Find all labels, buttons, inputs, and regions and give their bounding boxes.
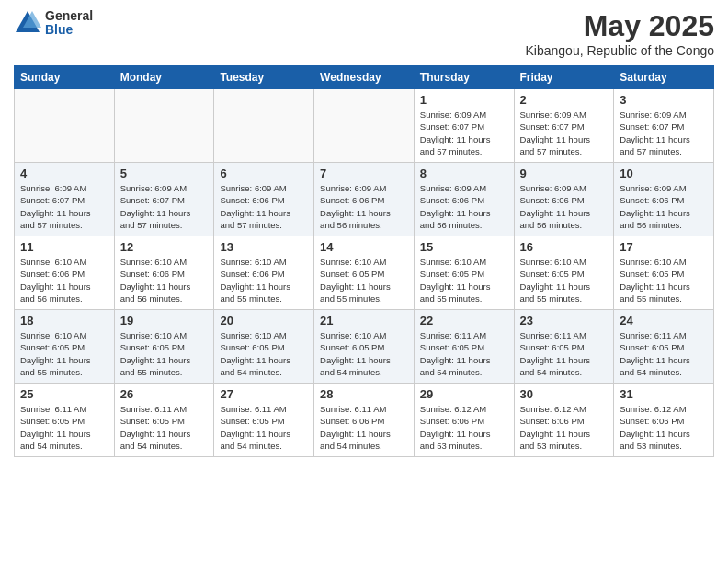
- title-block: May 2025 Kibangou, Republic of the Congo: [526, 9, 714, 58]
- calendar-cell: 8Sunrise: 6:09 AM Sunset: 6:06 PM Daylig…: [414, 163, 514, 236]
- day-info: Sunrise: 6:09 AM Sunset: 6:06 PM Dayligh…: [320, 182, 408, 231]
- calendar-cell: 31Sunrise: 6:12 AM Sunset: 6:06 PM Dayli…: [614, 384, 714, 457]
- calendar-cell: [114, 89, 214, 163]
- day-info: Sunrise: 6:09 AM Sunset: 6:06 PM Dayligh…: [220, 182, 308, 231]
- calendar-cell: 28Sunrise: 6:11 AM Sunset: 6:06 PM Dayli…: [314, 384, 415, 457]
- calendar-cell: 15Sunrise: 6:10 AM Sunset: 6:05 PM Dayli…: [414, 236, 514, 310]
- calendar-cell: 24Sunrise: 6:11 AM Sunset: 6:05 PM Dayli…: [614, 310, 714, 384]
- day-number: 14: [320, 240, 408, 254]
- calendar-body: 1Sunrise: 6:09 AM Sunset: 6:07 PM Daylig…: [15, 89, 714, 457]
- day-number: 5: [120, 167, 209, 180]
- day-info: Sunrise: 6:10 AM Sunset: 6:06 PM Dayligh…: [20, 256, 108, 304]
- day-number: 16: [520, 240, 609, 254]
- location: Kibangou, Republic of the Congo: [526, 43, 714, 58]
- day-info: Sunrise: 6:09 AM Sunset: 6:07 PM Dayligh…: [420, 109, 508, 157]
- day-info: Sunrise: 6:10 AM Sunset: 6:05 PM Dayligh…: [120, 329, 209, 378]
- day-number: 15: [420, 240, 508, 254]
- weekday-header: Monday: [114, 66, 214, 89]
- day-info: Sunrise: 6:09 AM Sunset: 6:06 PM Dayligh…: [420, 182, 508, 231]
- day-number: 21: [320, 314, 408, 327]
- day-number: 10: [620, 167, 708, 180]
- day-info: Sunrise: 6:10 AM Sunset: 6:05 PM Dayligh…: [320, 329, 408, 378]
- day-info: Sunrise: 6:09 AM Sunset: 6:07 PM Dayligh…: [520, 109, 609, 157]
- day-number: 25: [20, 387, 108, 401]
- calendar-cell: 29Sunrise: 6:12 AM Sunset: 6:06 PM Dayli…: [414, 384, 514, 457]
- day-info: Sunrise: 6:09 AM Sunset: 6:06 PM Dayligh…: [520, 182, 609, 231]
- day-number: 13: [220, 240, 308, 254]
- day-info: Sunrise: 6:12 AM Sunset: 6:06 PM Dayligh…: [620, 403, 708, 452]
- calendar-table: SundayMondayTuesdayWednesdayThursdayFrid…: [14, 65, 714, 457]
- day-info: Sunrise: 6:09 AM Sunset: 6:07 PM Dayligh…: [120, 182, 209, 231]
- calendar-cell: 18Sunrise: 6:10 AM Sunset: 6:05 PM Dayli…: [15, 310, 115, 384]
- day-number: 11: [20, 240, 108, 254]
- day-number: 24: [620, 314, 708, 327]
- day-info: Sunrise: 6:12 AM Sunset: 6:06 PM Dayligh…: [420, 403, 508, 452]
- day-info: Sunrise: 6:10 AM Sunset: 6:06 PM Dayligh…: [120, 256, 209, 304]
- calendar-week-row: 11Sunrise: 6:10 AM Sunset: 6:06 PM Dayli…: [15, 236, 714, 310]
- weekday-header: Friday: [514, 66, 614, 89]
- calendar-cell: 9Sunrise: 6:09 AM Sunset: 6:06 PM Daylig…: [514, 163, 614, 236]
- header: General Blue May 2025 Kibangou, Republic…: [14, 9, 714, 58]
- calendar-cell: 26Sunrise: 6:11 AM Sunset: 6:05 PM Dayli…: [114, 384, 214, 457]
- calendar-cell: 23Sunrise: 6:11 AM Sunset: 6:05 PM Dayli…: [514, 310, 614, 384]
- day-number: 6: [220, 167, 308, 180]
- month-title: May 2025: [526, 9, 714, 43]
- day-info: Sunrise: 6:11 AM Sunset: 6:05 PM Dayligh…: [20, 403, 108, 452]
- calendar-cell: 4Sunrise: 6:09 AM Sunset: 6:07 PM Daylig…: [15, 163, 115, 236]
- calendar-cell: [214, 89, 314, 163]
- page: General Blue May 2025 Kibangou, Republic…: [0, 0, 728, 563]
- day-info: Sunrise: 6:12 AM Sunset: 6:06 PM Dayligh…: [520, 403, 609, 452]
- calendar-cell: 12Sunrise: 6:10 AM Sunset: 6:06 PM Dayli…: [114, 236, 214, 310]
- day-info: Sunrise: 6:11 AM Sunset: 6:05 PM Dayligh…: [420, 329, 508, 378]
- day-number: 23: [520, 314, 609, 327]
- logo-general-text: General: [45, 9, 93, 23]
- day-number: 8: [420, 167, 508, 180]
- calendar-cell: [15, 89, 115, 163]
- day-number: 20: [220, 314, 308, 327]
- day-number: 28: [320, 387, 408, 401]
- weekday-header: Saturday: [614, 66, 714, 89]
- day-number: 12: [120, 240, 209, 254]
- day-number: 26: [120, 387, 209, 401]
- day-number: 4: [20, 167, 108, 180]
- calendar-header: SundayMondayTuesdayWednesdayThursdayFrid…: [15, 66, 714, 89]
- calendar-cell: 10Sunrise: 6:09 AM Sunset: 6:06 PM Dayli…: [614, 163, 714, 236]
- calendar-cell: 5Sunrise: 6:09 AM Sunset: 6:07 PM Daylig…: [114, 163, 214, 236]
- day-info: Sunrise: 6:11 AM Sunset: 6:05 PM Dayligh…: [220, 403, 308, 452]
- logo: General Blue: [14, 9, 93, 38]
- day-number: 19: [120, 314, 209, 327]
- calendar-cell: 14Sunrise: 6:10 AM Sunset: 6:05 PM Dayli…: [314, 236, 415, 310]
- calendar-cell: 20Sunrise: 6:10 AM Sunset: 6:05 PM Dayli…: [214, 310, 314, 384]
- calendar-week-row: 1Sunrise: 6:09 AM Sunset: 6:07 PM Daylig…: [15, 89, 714, 163]
- calendar-cell: 6Sunrise: 6:09 AM Sunset: 6:06 PM Daylig…: [214, 163, 314, 236]
- day-info: Sunrise: 6:10 AM Sunset: 6:05 PM Dayligh…: [320, 256, 408, 304]
- calendar-cell: 27Sunrise: 6:11 AM Sunset: 6:05 PM Dayli…: [214, 384, 314, 457]
- weekday-header: Sunday: [15, 66, 115, 89]
- day-number: 31: [620, 387, 708, 401]
- day-number: 7: [320, 167, 408, 180]
- day-number: 2: [520, 93, 609, 107]
- weekday-row: SundayMondayTuesdayWednesdayThursdayFrid…: [15, 66, 714, 89]
- day-number: 1: [420, 93, 508, 107]
- weekday-header: Thursday: [414, 66, 514, 89]
- calendar-cell: 25Sunrise: 6:11 AM Sunset: 6:05 PM Dayli…: [15, 384, 115, 457]
- weekday-header: Tuesday: [214, 66, 314, 89]
- calendar-week-row: 18Sunrise: 6:10 AM Sunset: 6:05 PM Dayli…: [15, 310, 714, 384]
- calendar-week-row: 4Sunrise: 6:09 AM Sunset: 6:07 PM Daylig…: [15, 163, 714, 236]
- day-info: Sunrise: 6:09 AM Sunset: 6:07 PM Dayligh…: [620, 109, 708, 157]
- logo-icon: [14, 9, 41, 37]
- day-number: 30: [520, 387, 609, 401]
- day-number: 17: [620, 240, 708, 254]
- calendar-cell: 21Sunrise: 6:10 AM Sunset: 6:05 PM Dayli…: [314, 310, 415, 384]
- calendar-week-row: 25Sunrise: 6:11 AM Sunset: 6:05 PM Dayli…: [15, 384, 714, 457]
- logo-text: General Blue: [45, 9, 93, 38]
- calendar-cell: 2Sunrise: 6:09 AM Sunset: 6:07 PM Daylig…: [514, 89, 614, 163]
- day-info: Sunrise: 6:10 AM Sunset: 6:05 PM Dayligh…: [420, 256, 508, 304]
- calendar-cell: 19Sunrise: 6:10 AM Sunset: 6:05 PM Dayli…: [114, 310, 214, 384]
- day-number: 3: [620, 93, 708, 107]
- day-info: Sunrise: 6:09 AM Sunset: 6:07 PM Dayligh…: [20, 182, 108, 231]
- day-number: 9: [520, 167, 609, 180]
- day-number: 18: [20, 314, 108, 327]
- day-info: Sunrise: 6:09 AM Sunset: 6:06 PM Dayligh…: [620, 182, 708, 231]
- day-info: Sunrise: 6:10 AM Sunset: 6:05 PM Dayligh…: [620, 256, 708, 304]
